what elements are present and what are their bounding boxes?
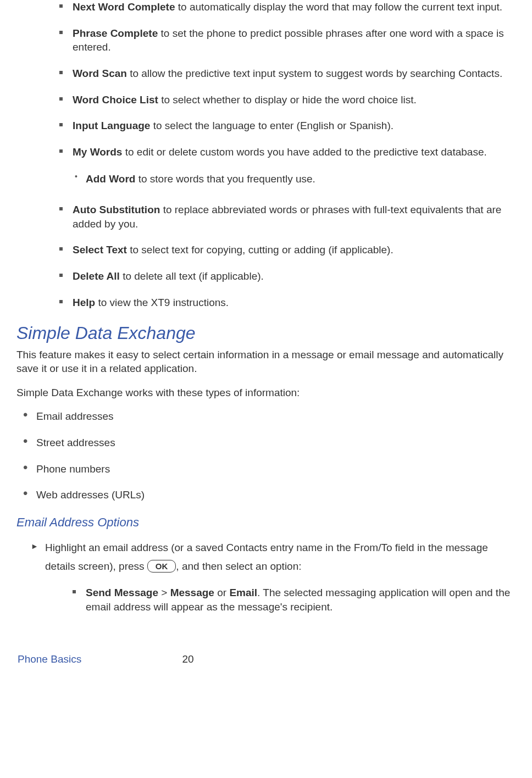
intro-paragraph-2: Simple Data Exchange works with these ty… <box>16 386 516 400</box>
steps-list: Highlight an email address (or a saved C… <box>16 538 516 614</box>
term: Message <box>170 587 214 598</box>
list-item: Input Language to select the language to… <box>59 119 516 133</box>
page-footer: Phone Basics 20 <box>16 652 516 666</box>
term: Delete All <box>73 270 120 282</box>
list-item: Next Word Complete to automatically disp… <box>59 0 516 14</box>
list-item: Delete All to delete all text (if applic… <box>59 269 516 284</box>
sub-list-item: Add Word to store words that you frequen… <box>73 168 516 191</box>
info-type-item: Email addresses <box>19 409 516 424</box>
desc: to select text for copying, cutting or a… <box>127 244 394 255</box>
sub-option-item: Send Message > Message or Email. The sel… <box>73 586 516 614</box>
term: Word Choice List <box>73 94 158 105</box>
desc: to delete all text (if applicable). <box>120 270 264 282</box>
list-item: Word Choice List to select whether to di… <box>59 93 516 107</box>
sub-options-list: Send Message > Message or Email. The sel… <box>45 586 516 614</box>
info-types-list: Email addresses Street addresses Phone n… <box>16 409 516 502</box>
list-item: Auto Substitution to replace abbreviated… <box>59 203 516 231</box>
list-item: Phrase Complete to set the phone to pred… <box>59 26 516 54</box>
desc: to select the language to enter (English… <box>150 120 394 131</box>
term: Input Language <box>73 120 150 131</box>
desc: to automatically display the word that m… <box>175 1 503 13</box>
term: Auto Substitution <box>73 204 160 215</box>
term: Phrase Complete <box>73 27 158 39</box>
term: Add Word <box>86 173 135 185</box>
desc: to allow the predictive text input syste… <box>127 68 502 79</box>
or: or <box>214 587 229 598</box>
footer-section-name: Phone Basics <box>18 652 81 666</box>
term: Next Word Complete <box>73 1 175 13</box>
options-list: Next Word Complete to automatically disp… <box>16 0 516 309</box>
step-text-post: , and then select an option: <box>176 560 301 572</box>
list-item: Select Text to select text for copying, … <box>59 243 516 257</box>
list-item: My Words to edit or delete custom words … <box>59 145 516 191</box>
term: Word Scan <box>73 68 127 79</box>
term: Email <box>229 587 257 598</box>
intro-paragraph: This feature makes it easy to select cer… <box>16 348 516 376</box>
list-item: Word Scan to allow the predictive text i… <box>59 66 516 81</box>
info-type-item: Phone numbers <box>19 462 516 476</box>
ok-key-icon: OK <box>147 560 176 573</box>
sep: > <box>158 587 170 598</box>
desc: to store words that you frequently use. <box>135 173 315 185</box>
section-heading: Simple Data Exchange <box>16 321 516 345</box>
info-type-item: Street addresses <box>19 436 516 450</box>
desc: to view the XT9 instructions. <box>95 297 229 308</box>
footer-page-number: 20 <box>182 652 194 666</box>
sub-list: Add Word to store words that you frequen… <box>73 168 516 191</box>
term: Send Message <box>86 587 158 598</box>
info-type-item: Web addresses (URLs) <box>19 488 516 502</box>
term: Help <box>73 297 95 308</box>
step-item: Highlight an email address (or a saved C… <box>31 538 516 614</box>
subsection-heading: Email Address Options <box>16 514 516 531</box>
list-item: Help to view the XT9 instructions. <box>59 296 516 310</box>
term: My Words <box>73 146 122 158</box>
term: Select Text <box>73 244 127 255</box>
desc: to edit or delete custom words you have … <box>122 146 486 158</box>
desc: to select whether to display or hide the… <box>158 94 417 105</box>
